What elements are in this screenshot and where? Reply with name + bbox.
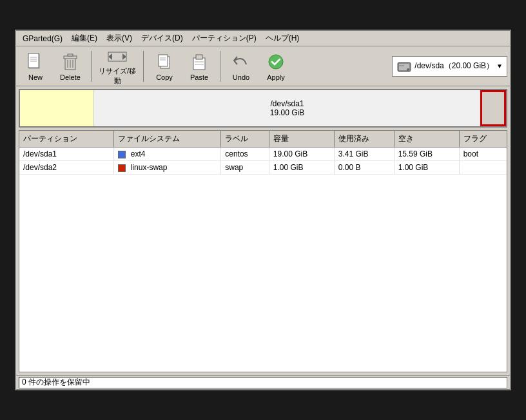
toolbar-separator-3 <box>220 51 220 82</box>
cell-partition: /dev/sda2 <box>19 161 114 175</box>
fs-type-label: linux-swap <box>131 163 168 172</box>
cell-used: 3.41 GiB <box>334 148 394 161</box>
disk-unallocated <box>20 90 94 126</box>
partition-table-container: パーティション ファイルシステム ラベル 容量 使用済み 空き フラグ /dev… <box>19 130 507 372</box>
cell-used: 0.00 B <box>334 161 394 175</box>
table-row[interactable]: /dev/sda2 linux-swap swap 1.00 GiB 0.00 … <box>19 161 507 175</box>
delete-button[interactable]: Delete <box>54 48 87 84</box>
apply-label: Apply <box>267 73 285 81</box>
paste-button[interactable]: Paste <box>182 48 216 84</box>
disk-selector[interactable]: /dev/sda（20.00 GiB） ▼ <box>392 56 507 77</box>
apply-icon <box>266 52 286 72</box>
svg-rect-18 <box>193 58 205 70</box>
svg-rect-26 <box>399 65 404 66</box>
new-label: New <box>28 73 43 81</box>
fs-type-label: ext4 <box>131 149 146 158</box>
toolbar-separator-1 <box>91 51 92 82</box>
undo-button[interactable]: Undo <box>224 48 258 84</box>
disk-sda2[interactable] <box>480 90 506 126</box>
col-header-label[interactable]: ラベル <box>221 131 269 148</box>
fs-color-indicator <box>118 164 126 172</box>
cell-label: swap <box>221 161 269 175</box>
apply-button[interactable]: Apply <box>259 48 293 84</box>
menubar: GParted(G) 編集(E) 表示(V) デバイス(D) パーティション(P… <box>16 31 510 46</box>
paste-label: Paste <box>190 73 208 81</box>
main-window: GParted(G) 編集(E) 表示(V) デバイス(D) パーティション(P… <box>15 30 511 390</box>
cell-free: 15.59 GiB <box>394 148 459 161</box>
cell-free: 1.00 GiB <box>394 161 459 175</box>
delete-icon <box>60 52 81 72</box>
svg-rect-6 <box>64 56 77 59</box>
svg-point-22 <box>269 55 283 69</box>
col-header-free[interactable]: 空き <box>394 131 459 148</box>
status-text: 0 件の操作を保留中 <box>19 377 507 388</box>
disk-dropdown-icon: ▼ <box>496 62 503 70</box>
cell-size: 19.00 GiB <box>269 148 334 161</box>
resize-label: リサイズ/移動 <box>97 66 137 86</box>
fs-color-indicator <box>118 151 126 158</box>
copy-label: Copy <box>156 73 173 81</box>
col-header-size[interactable]: 容量 <box>269 131 334 148</box>
cell-size: 1.00 GiB <box>269 161 334 175</box>
toolbar-separator-2 <box>143 51 144 82</box>
disk-visualization: /dev/sda1 19.00 GiB <box>19 89 507 128</box>
svg-point-25 <box>407 68 409 71</box>
disk-sda1-label: /dev/sda1 <box>270 99 304 108</box>
new-button[interactable]: New <box>19 48 52 84</box>
table-row[interactable]: /dev/sda1 ext4 centos 19.00 GiB 3.41 GiB… <box>19 148 507 161</box>
table-header-row: パーティション ファイルシステム ラベル 容量 使用済み 空き フラグ <box>19 131 507 148</box>
cell-filesystem: linux-swap <box>114 161 221 175</box>
svg-rect-1 <box>28 53 39 68</box>
new-icon <box>25 52 46 72</box>
cell-flags: boot <box>459 148 507 161</box>
status-message: 0 件の操作を保留中 <box>22 377 90 388</box>
disk-label: /dev/sda（20.00 GiB） <box>414 61 494 72</box>
undo-icon <box>231 52 251 72</box>
cell-partition: /dev/sda1 <box>19 148 114 161</box>
col-header-used[interactable]: 使用済み <box>334 131 394 148</box>
svg-rect-7 <box>68 54 73 56</box>
disk-sda1[interactable]: /dev/sda1 19.00 GiB <box>94 90 480 126</box>
undo-label: Undo <box>233 73 249 81</box>
menu-gparted[interactable]: GParted(G) <box>19 33 66 44</box>
menu-view[interactable]: 表示(V) <box>102 32 136 44</box>
copy-icon <box>154 52 175 72</box>
resize-icon <box>107 47 128 65</box>
col-header-partition[interactable]: パーティション <box>19 131 114 148</box>
col-header-flags[interactable]: フラグ <box>459 131 507 148</box>
disk-drive-icon <box>396 59 412 74</box>
menu-device[interactable]: デバイス(D) <box>137 32 187 44</box>
disk-sda1-size: 19.00 GiB <box>270 108 304 117</box>
svg-rect-15 <box>159 55 168 66</box>
col-header-fs[interactable]: ファイルシステム <box>114 131 221 148</box>
copy-button[interactable]: Copy <box>148 48 181 84</box>
cell-filesystem: ext4 <box>114 148 221 161</box>
svg-rect-19 <box>196 55 202 59</box>
delete-label: Delete <box>60 73 81 81</box>
statusbar: 0 件の操作を保留中 <box>16 375 510 389</box>
resize-button[interactable]: リサイズ/移動 <box>95 48 139 84</box>
partition-table: パーティション ファイルシステム ラベル 容量 使用済み 空き フラグ /dev… <box>19 131 507 175</box>
menu-edit[interactable]: 編集(E) <box>68 32 101 44</box>
cell-flags <box>459 161 507 175</box>
cell-label: centos <box>221 148 269 161</box>
toolbar: New Delete <box>16 46 510 86</box>
menu-partition[interactable]: パーティション(P) <box>188 32 260 44</box>
paste-icon <box>189 52 209 72</box>
menu-help[interactable]: ヘルプ(H) <box>262 32 304 44</box>
